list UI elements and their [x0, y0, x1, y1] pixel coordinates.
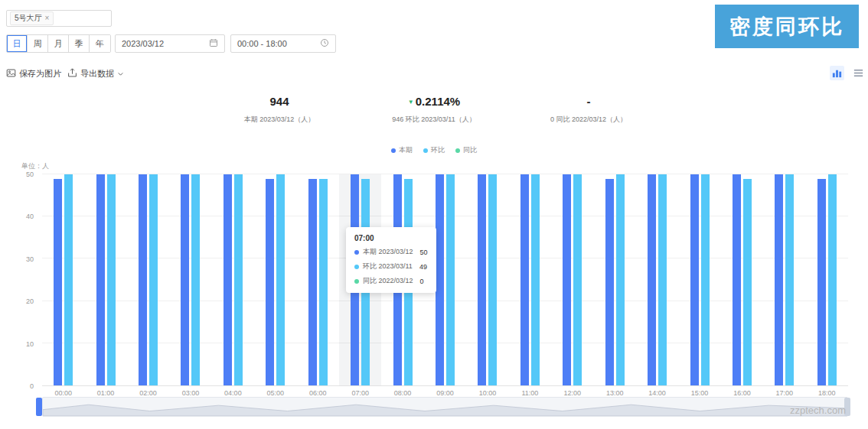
legend-dot-icon — [455, 148, 460, 153]
bar-group-14:00[interactable] — [636, 174, 678, 385]
table-view-icon[interactable] — [851, 66, 866, 80]
bar-环比[interactable] — [191, 174, 200, 385]
tag-close-icon[interactable]: × — [45, 13, 50, 24]
bar-本期[interactable] — [308, 179, 317, 385]
bar-本期[interactable] — [690, 174, 699, 385]
bar-环比[interactable] — [531, 174, 540, 385]
bar-本期[interactable] — [817, 179, 826, 385]
bar-group-00:00[interactable] — [42, 174, 84, 385]
period-tab-年[interactable]: 年 — [90, 35, 110, 52]
tooltip-series-dot-icon — [354, 265, 359, 269]
legend-label: 同比 — [463, 145, 477, 155]
bar-chart-view-icon[interactable] — [830, 66, 844, 80]
bar-group-06:00[interactable] — [297, 174, 339, 385]
bar-环比[interactable] — [107, 174, 116, 385]
bar-本期[interactable] — [605, 179, 614, 385]
x-axis-label: 02:00 — [127, 389, 169, 397]
stat-block: ▼0.2114%946 环比 2023/03/11（人） — [384, 95, 484, 125]
bar-group-01:00[interactable] — [84, 174, 126, 385]
bar-group-12:00[interactable] — [551, 174, 593, 385]
bar-本期[interactable] — [478, 174, 486, 385]
period-tab-月[interactable]: 月 — [48, 35, 69, 52]
legend-item-同比[interactable]: 同比 — [455, 145, 477, 155]
time-range-value: 00:00 - 18:00 — [237, 39, 287, 48]
stat-sublabel: 0 同比 2022/03/12（人） — [539, 115, 638, 125]
bar-本期[interactable] — [520, 174, 529, 385]
bar-group-02:00[interactable] — [127, 174, 169, 385]
bar-本期[interactable] — [648, 174, 656, 385]
bar-本期[interactable] — [563, 174, 571, 385]
chart-tooltip: 07:00 本期 2023/03/1250环比 2023/03/1149同比 2… — [346, 227, 436, 293]
tooltip-series-label: 本期 2023/03/12 — [363, 247, 413, 257]
save-image-button[interactable]: 保存为图片 — [6, 68, 61, 80]
stat-sublabel: 946 环比 2023/03/11（人） — [384, 115, 484, 125]
page-title-banner: 密度同环比 — [715, 5, 859, 48]
bar-环比[interactable] — [64, 174, 73, 385]
area-filter-input[interactable]: 5号大厅 × — [6, 10, 112, 27]
bar-环比[interactable] — [828, 174, 837, 385]
bar-环比[interactable] — [446, 174, 455, 385]
legend-label: 环比 — [431, 145, 445, 155]
tooltip-series-value: 50 — [420, 249, 428, 256]
bar-group-05:00[interactable] — [254, 174, 296, 385]
datazoom-slider[interactable] — [42, 397, 848, 417]
bar-本期[interactable] — [96, 174, 105, 385]
period-tab-周[interactable]: 周 — [28, 35, 48, 52]
calendar-icon — [209, 38, 218, 49]
tooltip-row: 环比 2023/03/1149 — [354, 262, 428, 271]
down-arrow-icon: ▼ — [408, 99, 414, 106]
bar-group-03:00[interactable] — [169, 174, 211, 385]
bar-环比[interactable] — [785, 174, 794, 385]
bar-环比[interactable] — [616, 174, 625, 385]
legend-item-环比[interactable]: 环比 — [423, 145, 445, 155]
watermark: zzptech.com — [790, 405, 846, 416]
bar-本期[interactable] — [54, 179, 62, 385]
stat-number: - — [587, 95, 591, 108]
bar-本期[interactable] — [181, 174, 189, 385]
period-tab-日[interactable]: 日 — [7, 35, 28, 52]
datazoom-left-handle[interactable] — [36, 398, 42, 416]
x-axis-label: 06:00 — [297, 389, 339, 397]
bar-本期[interactable] — [775, 174, 783, 385]
bar-环比[interactable] — [743, 179, 752, 385]
chevron-down-icon — [117, 70, 124, 79]
bar-group-13:00[interactable] — [593, 174, 635, 385]
bar-group-15:00[interactable] — [678, 174, 720, 385]
bar-本期[interactable] — [224, 174, 232, 385]
bar-group-04:00[interactable] — [212, 174, 254, 385]
x-axis-label: 12:00 — [551, 389, 593, 397]
bar-环比[interactable] — [276, 174, 285, 385]
x-axis-label: 00:00 — [42, 389, 84, 397]
time-range-picker[interactable]: 00:00 - 18:00 — [230, 34, 336, 53]
export-data-button[interactable]: 导出数据 — [67, 68, 124, 80]
area-tag-label: 5号大厅 — [15, 13, 42, 24]
bar-环比[interactable] — [234, 174, 243, 385]
bar-本期[interactable] — [139, 174, 147, 385]
x-axis-label: 15:00 — [678, 389, 720, 397]
bar-环比[interactable] — [319, 179, 328, 385]
stat-block: -0 同比 2022/03/12（人） — [539, 95, 638, 125]
bar-环比[interactable] — [701, 174, 710, 385]
date-picker[interactable]: 2023/03/12 — [115, 34, 225, 53]
period-tab-季[interactable]: 季 — [69, 35, 90, 52]
tooltip-series-label: 同比 2022/03/12 — [363, 276, 413, 286]
bar-环比[interactable] — [488, 174, 497, 385]
bar-group-10:00[interactable] — [466, 174, 508, 385]
bar-本期[interactable] — [733, 174, 741, 385]
bar-本期[interactable] — [436, 174, 444, 385]
bar-本期[interactable] — [266, 179, 274, 385]
bar-group-11:00[interactable] — [509, 174, 551, 385]
y-axis-label: 40 — [26, 213, 34, 220]
bar-group-16:00[interactable] — [721, 174, 763, 385]
page-title: 密度同环比 — [729, 13, 844, 41]
tooltip-row: 本期 2023/03/1250 — [354, 247, 428, 257]
period-tab-group: 日周月季年 — [6, 34, 111, 53]
bar-环比[interactable] — [573, 174, 582, 385]
bar-group-18:00[interactable] — [806, 174, 848, 385]
bar-chart-plot — [42, 174, 848, 386]
bar-环比[interactable] — [149, 174, 158, 385]
legend-item-本期[interactable]: 本期 — [391, 145, 413, 155]
x-axis-label: 03:00 — [169, 389, 211, 397]
bar-环比[interactable] — [658, 174, 667, 385]
bar-group-17:00[interactable] — [763, 174, 805, 385]
